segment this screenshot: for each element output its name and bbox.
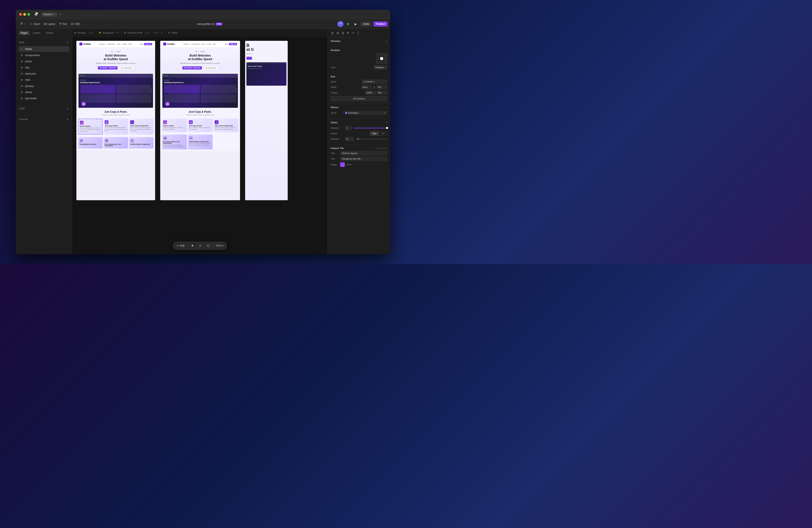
fit-content-button[interactable]: Fit Content (331, 96, 387, 101)
site-nav-right-2: Login Sign up (224, 43, 237, 45)
rotation-input[interactable]: 0° (345, 137, 354, 141)
pos-br[interactable] (384, 61, 387, 64)
rotation-slider[interactable] (356, 139, 387, 139)
overlays-add-button[interactable]: + (386, 39, 387, 43)
width-fill-input[interactable]: Fill (377, 85, 387, 89)
scroll-animation-control[interactable]: Animation ✕ (344, 111, 387, 115)
sidebar-item-job-board[interactable]: ⊕ /job-board (18, 95, 69, 101)
back-forward-button[interactable]: ▾ (18, 21, 27, 27)
title-prop-value[interactable]: Built for Speed (340, 151, 387, 155)
clear-button[interactable]: Clear (346, 163, 351, 166)
cta-primary-2[interactable]: Get started – $9/month (183, 66, 202, 70)
canvas-add-button[interactable]: + (67, 117, 69, 121)
pos-ml[interactable] (376, 57, 379, 60)
play-button[interactable]: ▶ (353, 21, 359, 27)
cta-primary-1[interactable]: Get started – $9/month (98, 66, 117, 70)
span-value: 1 Column (363, 80, 374, 83)
image-swatch[interactable] (340, 162, 345, 167)
feature-card-interactive-1[interactable]: ⊕ Thoughtfully Interactive (78, 137, 103, 149)
text-prop-value[interactable]: Designed with effi... (340, 157, 387, 161)
cms-add-button[interactable]: + (67, 107, 69, 110)
distribute-horizontal-icon[interactable] (351, 31, 356, 35)
height-rel-input[interactable]: Rel (377, 91, 387, 95)
position-type-select[interactable]: Relative ▾ (374, 65, 387, 70)
width-input[interactable]: Auto (361, 85, 372, 89)
visible-no-option[interactable]: No (379, 132, 387, 135)
pos-mc[interactable] (380, 57, 383, 60)
effects-add-button[interactable]: + (386, 106, 387, 109)
sidebar-item-faq[interactable]: ⊕ /faq (18, 65, 69, 70)
fullscreen-button[interactable] (27, 13, 30, 16)
feature-card-responsive-1[interactable]: ⊠ No Compromises, Just Responsive. (103, 137, 128, 149)
settings-button[interactable]: ⚙ (345, 21, 351, 27)
height-input[interactable]: 100% (365, 91, 376, 95)
tab-platform[interactable]: Platform × (41, 12, 57, 17)
frame-desktop-small-inner[interactable]: Godlike Features Components Icons Pricin… (160, 41, 240, 200)
sidebar-item-welcome[interactable]: ⊕ /welcome (18, 71, 69, 76)
tab-layers[interactable]: Layers (31, 31, 43, 35)
hand-tool-button[interactable] (198, 243, 203, 249)
canvas-viewport[interactable]: Godlike Features Components Icons Pricin… (72, 36, 328, 254)
cta-secondary-2[interactable]: Try Components (203, 66, 218, 70)
span-select[interactable]: 1 Column ▾ (362, 79, 387, 84)
publish-button[interactable]: Publish (374, 21, 388, 27)
pos-bl[interactable] (376, 61, 379, 64)
pos-bc[interactable] (380, 61, 383, 64)
animation-close-icon[interactable]: ✕ (384, 112, 386, 114)
width-link-icon[interactable] (373, 86, 376, 89)
position-section: Position (328, 47, 390, 73)
position-grid[interactable] (376, 53, 387, 64)
pos-tc[interactable] (380, 53, 383, 56)
text-button[interactable]: T Text (58, 21, 69, 27)
opacity-slider[interactable] (354, 128, 387, 129)
pos-tr[interactable] (384, 53, 387, 56)
cursor-tool-button[interactable] (190, 243, 196, 249)
app-window: Platform × + ▾ ＋ Insert ⊞ Layout T (16, 10, 390, 254)
cta-secondary-1[interactable]: Try Components (119, 66, 133, 70)
sidebar-item-privacy[interactable]: ⊕ /privacy (18, 83, 69, 89)
sidebar-item-404[interactable]: ⊕ /404 (18, 77, 69, 83)
sidebar-item-terms[interactable]: ⊕ /terms (18, 89, 69, 95)
insert-button[interactable]: ＋ Insert (28, 21, 42, 27)
align-right-icon[interactable] (340, 31, 345, 35)
align-center-icon[interactable] (335, 31, 340, 35)
feature-card-speed-1[interactable]: ⚡ Built for Speed Designed with efficien… (78, 119, 103, 134)
delete-icon[interactable] (346, 31, 350, 35)
align-left-icon[interactable] (330, 31, 335, 35)
styles-add-button[interactable]: + (386, 121, 387, 124)
tab-assets[interactable]: Assets (43, 31, 55, 35)
layout-button[interactable]: ⊞ Layout (42, 21, 57, 27)
invite-button[interactable]: Invite (361, 21, 372, 27)
sidebar-item-components[interactable]: ⊕ /components (18, 52, 69, 58)
feature-card-smart-2[interactable]: ✦ Super Smart Components Each component … (214, 119, 238, 132)
minimize-button[interactable] (23, 13, 26, 16)
opacity-input[interactable]: 1 (345, 126, 352, 130)
frame-tablet-inner[interactable]: B at G Beauti... Super Smart Compo... s (245, 41, 288, 200)
pos-mr[interactable] (384, 57, 387, 60)
feature-card-smart-1[interactable]: ✦ Super Smart Components Each component … (129, 119, 154, 134)
frame-desktop-inner[interactable]: Godlike Features Components Icons Pricin… (76, 41, 155, 200)
visible-yes-option[interactable]: Yes (370, 132, 379, 135)
feature-card-publish-1[interactable]: ✔ Publish-Ready Components (129, 137, 154, 149)
span-label: Span (331, 80, 344, 83)
sidebar-item-home[interactable]: ⌂ Home (18, 46, 69, 52)
circle-tool-button[interactable] (205, 243, 211, 249)
zoom-control[interactable]: 37% ▾ (215, 243, 224, 248)
sidebar-item-icons[interactable]: ⊕ /icons (18, 58, 69, 64)
new-tab-button[interactable]: + (58, 12, 63, 17)
edit-button[interactable]: ✏ Edit (175, 243, 186, 248)
feature-card-publish-2[interactable]: ✔ Publish-Ready Components Easily custom… (188, 135, 213, 149)
tab-close-icon[interactable]: × (54, 13, 55, 16)
feature-card-speed-2[interactable]: ⚡ Built for Speed Designed with efficien… (162, 119, 187, 132)
feature-card-compromise-2[interactable]: ⊠ No Compromises, Just Responsive. Most … (162, 135, 187, 149)
distribute-vertical-icon[interactable] (356, 31, 361, 35)
opacity-row: Opacity 1 (331, 126, 387, 130)
close-button[interactable] (19, 13, 22, 16)
feature-card-copy-2[interactable]: ⊞ Just Copy & Paste Tons of Framer compo… (188, 119, 213, 132)
cms-button[interactable]: ⊟ CMS (69, 21, 82, 27)
globe-icon: ⊕ (20, 85, 24, 88)
feature-card-copy-1[interactable]: ⊞ Just Copy & Paste Tons of Framer compo… (103, 119, 128, 134)
tab-pages[interactable]: Pages (18, 31, 30, 35)
web-add-button[interactable]: + (67, 41, 69, 44)
pos-tl[interactable] (376, 53, 379, 56)
